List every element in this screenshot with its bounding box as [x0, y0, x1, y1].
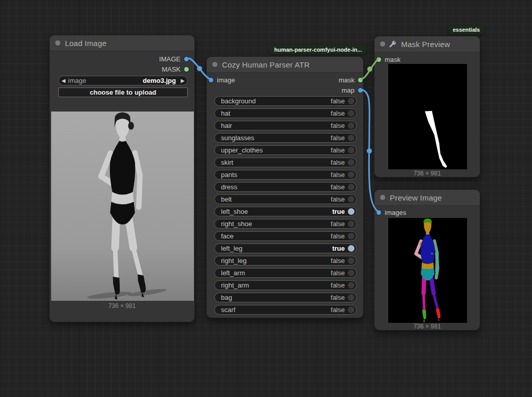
toggle-knob-icon [348, 98, 354, 104]
preview-image-title-bar[interactable]: Preview Image [374, 190, 480, 206]
toggle-label: bag [215, 294, 331, 301]
slot-label: mask [339, 76, 354, 84]
combo-next-icon[interactable]: ▶ [178, 78, 187, 83]
toggle-knob-icon [348, 306, 354, 313]
node-title: Load Image [65, 39, 106, 48]
input-slot-images[interactable]: images [376, 208, 406, 216]
input-slot-mask[interactable]: mask [376, 55, 401, 63]
choose-file-button[interactable]: choose file to upload [58, 87, 188, 97]
toggle-knob-icon [348, 196, 354, 203]
toggle-skirt[interactable]: skirtfalse [214, 158, 357, 167]
slot-label: MASK [162, 65, 181, 73]
toggle-left_leg[interactable]: left_legtrue [214, 244, 357, 253]
toggle-label: right_arm [215, 281, 331, 289]
toggle-label: hat [215, 109, 331, 117]
output-slot-mask[interactable]: mask [339, 76, 363, 84]
toggle-bag[interactable]: bagfalse [214, 293, 357, 302]
human-parser-title-bar[interactable]: Cozy Human Parser ATR [207, 57, 363, 73]
image-output-dot-icon[interactable] [184, 57, 189, 61]
node-source-badge-cozy: human-parser-comfyui-node-in... [270, 45, 366, 54]
loaded-image-preview [51, 112, 194, 301]
toggle-value: false [331, 146, 345, 154]
toggle-value: true [332, 208, 345, 215]
toggle-pants[interactable]: pantsfalse [214, 170, 357, 180]
mask-output-dot-icon[interactable] [358, 78, 363, 82]
toggle-label: skirt [215, 159, 331, 166]
toggle-label: hair [215, 122, 331, 129]
toggle-background[interactable]: backgroundfalse [214, 96, 357, 106]
node-title: Mask Preview [401, 40, 450, 49]
toggle-widget-list: backgroundfalsehatfalsehairfalsesunglass… [214, 96, 357, 317]
mask-preview-title-bar[interactable]: Mask Preview [374, 36, 480, 52]
toggle-value: false [331, 195, 345, 203]
toggle-knob-icon [348, 184, 354, 190]
toggle-right_leg[interactable]: right_legfalse [214, 256, 357, 266]
mask-input-dot-icon[interactable] [376, 57, 381, 62]
toggle-value: false [331, 269, 345, 277]
input-slot-image[interactable]: image [209, 76, 235, 84]
toggle-value: false [331, 97, 345, 105]
toggle-label: left_shoe [215, 208, 332, 215]
image-combo-widget[interactable]: ◀ image demo3.jpg ▶ [58, 76, 188, 85]
toggle-knob-icon [348, 245, 354, 252]
collapse-dot-icon[interactable] [55, 40, 60, 46]
comfyui-workspace: { "tags": { "cozy_source": "human-parser… [0, 0, 532, 397]
toggle-knob-icon [348, 233, 354, 239]
toggle-dress[interactable]: dressfalse [214, 182, 357, 192]
toggle-knob-icon [348, 257, 354, 264]
toggle-value: false [331, 220, 345, 228]
collapse-dot-icon[interactable] [380, 41, 385, 47]
toggle-label: background [215, 97, 331, 105]
toggle-knob-icon [348, 270, 354, 276]
toggle-scarf[interactable]: scarffalse [214, 305, 357, 315]
toggle-value: true [332, 245, 345, 252]
toggle-value: false [331, 183, 345, 191]
toggle-knob-icon [348, 159, 354, 166]
toggle-belt[interactable]: beltfalse [214, 194, 357, 204]
toggle-value: false [331, 171, 345, 179]
node-title: Preview Image [390, 193, 442, 202]
toggle-face[interactable]: facefalse [214, 231, 357, 241]
toggle-sunglasses[interactable]: sunglassesfalse [214, 133, 357, 143]
mask-preview-node[interactable]: Mask Preview mask 736 × 981 [374, 36, 480, 178]
segmentation-preview-image [388, 218, 467, 323]
human-parser-node[interactable]: Cozy Human Parser ATR image mask map bac… [206, 56, 364, 318]
slot-label: mask [385, 56, 401, 63]
image-input-dot-icon[interactable] [209, 78, 213, 82]
output-slot-map[interactable]: map [342, 86, 363, 94]
toggle-left_arm[interactable]: left_armfalse [214, 268, 357, 278]
map-output-dot-icon[interactable] [358, 88, 363, 93]
images-input-dot-icon[interactable] [376, 210, 381, 215]
toggle-knob-icon [348, 294, 354, 301]
toggle-label: left_arm [215, 269, 331, 277]
toggle-value: false [331, 159, 345, 166]
toggle-value: false [331, 134, 345, 142]
image-size-caption: 736 × 981 [374, 170, 480, 177]
toggle-upper_clothes[interactable]: upper_clothesfalse [214, 145, 357, 155]
toggle-label: left_leg [215, 245, 332, 252]
toggle-value: false [331, 232, 345, 240]
combo-value: demo3.jpg [143, 77, 176, 84]
toggle-right_shoe[interactable]: right_shoefalse [214, 219, 357, 229]
toggle-left_shoe[interactable]: left_shoetrue [214, 207, 357, 216]
toggle-hair[interactable]: hairfalse [214, 121, 357, 130]
load-image-title-bar[interactable]: Load Image [50, 35, 194, 51]
image-size-caption: 736 × 981 [374, 323, 480, 330]
toggle-knob-icon [348, 122, 354, 129]
toggle-label: sunglasses [215, 134, 331, 142]
toggle-knob-icon [348, 171, 354, 178]
toggle-knob-icon [348, 147, 354, 153]
collapse-dot-icon[interactable] [212, 62, 217, 67]
preview-image-node[interactable]: Preview Image images [374, 189, 480, 330]
output-slot-mask[interactable]: MASK [162, 65, 189, 73]
toggle-hat[interactable]: hatfalse [214, 108, 357, 118]
combo-prev-icon[interactable]: ◀ [59, 78, 68, 83]
slot-label: map [342, 86, 354, 94]
segmentation-figure [388, 218, 467, 323]
output-slot-image[interactable]: IMAGE [159, 55, 189, 63]
toggle-right_arm[interactable]: right_armfalse [214, 280, 357, 290]
collapse-dot-icon[interactable] [380, 195, 385, 200]
load-image-node[interactable]: Load Image IMAGE MASK ◀ image demo3.jpg … [49, 35, 195, 322]
mask-output-dot-icon[interactable] [184, 67, 189, 72]
toggle-knob-icon [348, 220, 354, 227]
